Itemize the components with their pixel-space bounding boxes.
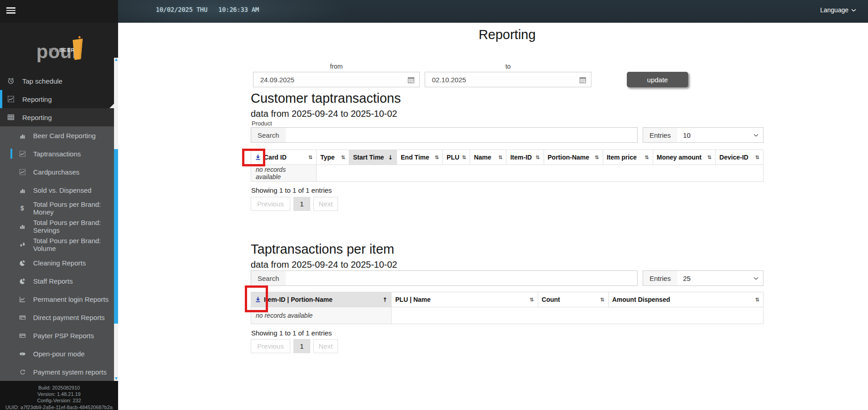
sort-icon[interactable]: ⇅ [645, 155, 649, 160]
sidebar-item-total-pours-money[interactable]: $ Total Pours per Brand: Money [0, 199, 114, 217]
sort-icon[interactable]: ⇅ [530, 297, 534, 303]
sort-icon[interactable]: ⇅ [536, 155, 540, 160]
sidebar-item-reporting[interactable]: Reporting [0, 90, 114, 108]
next-page-button[interactable]: Next [313, 197, 338, 211]
scroll-up-arrow-icon[interactable] [115, 58, 118, 61]
section1-toolbar: Search Entries 10 [251, 127, 764, 143]
section2-entries-select[interactable]: Entries 25 [643, 270, 764, 286]
language-menu[interactable]: Language [820, 6, 856, 14]
column-header-plu[interactable]: PLU⇅ [443, 150, 470, 165]
sidebar-item-cardpurchases[interactable]: Cardpurchases [0, 163, 114, 181]
expanded-corner-icon [109, 104, 114, 108]
column-header-item-id-portion-name[interactable]: Item-ID | Portion-Name↑ [251, 292, 392, 307]
menu-toggle-icon[interactable] [6, 7, 15, 15]
sidebar-item-sold-vs-dispensed[interactable]: Sold vs. Dispensed [0, 181, 114, 199]
next-page-button[interactable]: Next [313, 339, 338, 353]
no-records-cell: no records available [251, 307, 392, 324]
sidebar-item-payter-psp-reports[interactable]: Payter PSP Reports [0, 326, 114, 345]
sidebar-item-label: Payment system reports [33, 368, 107, 376]
section2-showing-text: Showing 1 to 1 of 1 entries [251, 329, 332, 337]
search-label: Search [251, 128, 286, 142]
sort-icon[interactable]: ⇅ [755, 155, 759, 160]
bar-chart-icon [19, 132, 26, 139]
refresh-icon [19, 368, 26, 375]
sidebar-item-label: Reporting [22, 114, 52, 121]
column-header-end-time[interactable]: End Time⇅ [397, 150, 443, 165]
page-1-button[interactable]: 1 [293, 197, 310, 211]
column-header-name[interactable]: Name⇅ [470, 150, 506, 165]
uuid-info: UUID: a7f23db9-2a5e-11ef-8acb-484520687b… [0, 404, 118, 410]
section2-title: Taptransactions per item [251, 242, 394, 257]
sort-icon[interactable]: ⇅ [341, 155, 345, 160]
column-header-item-price[interactable]: Item price⇅ [603, 150, 653, 165]
sort-icon[interactable]: ⇅ [462, 155, 466, 160]
sidebar-item-label: Taptransactions [33, 150, 81, 158]
sidebar-item-label: Total Pours per Brand: Servings [33, 219, 114, 234]
calendar-icon[interactable] [407, 76, 415, 84]
sort-icon[interactable]: ⇅ [595, 155, 599, 160]
calendar-icon[interactable] [579, 76, 586, 84]
empty-cell [317, 165, 764, 182]
sidebar-item-label: Total Pours per Brand: Volume [33, 237, 114, 252]
from-date-input[interactable] [253, 72, 419, 87]
datetime-display: 10/02/2025 THU10:26:33 AM [156, 6, 259, 13]
pie-chart-icon [19, 277, 26, 285]
sort-icon[interactable]: ⇅ [600, 297, 604, 303]
sidebar-item-beer-card-reporting[interactable]: Beer Card Reporting [0, 126, 114, 145]
column-header-count[interactable]: Count⇅ [538, 292, 608, 307]
section2-search-input[interactable] [286, 271, 637, 285]
search-label: Search [251, 271, 286, 285]
section1-showing-text: Showing 1 to 1 of 1 entries [251, 186, 332, 194]
column-header-item-id[interactable]: Item-ID⇅ [506, 150, 544, 165]
sort-icon[interactable]: ⇅ [308, 155, 312, 160]
sidebar-item-taptransactions[interactable]: Taptransactions [0, 145, 114, 163]
sort-icon[interactable]: ⇅ [435, 155, 439, 160]
sidebar-item-direct-payment-reports[interactable]: Direct payment Reports [0, 308, 114, 326]
date-filter-row: from to update [251, 63, 764, 88]
column-header-money-amount[interactable]: Money amount⇅ [653, 150, 715, 165]
sidebar-submenu-header-reporting[interactable]: Reporting [0, 108, 114, 126]
bar-chart-icon [19, 186, 26, 194]
section1-title: Customer taptransactions [251, 91, 401, 106]
sidebar-item-cleaning-reports[interactable]: Cleaning Reports [0, 254, 114, 272]
sidebar-item-total-pours-volume[interactable]: Total Pours per Brand: Volume [0, 235, 114, 254]
sidebar-scrollbar-thumb[interactable] [114, 149, 118, 324]
column-header-device-id[interactable]: Device-ID⇅ [715, 150, 763, 165]
section1-search-input[interactable] [286, 128, 637, 142]
sort-icon[interactable]: ⇅ [755, 297, 759, 303]
entries-value: 10 [683, 131, 754, 139]
sort-icon[interactable]: ⇅ [498, 155, 502, 160]
scroll-down-arrow-icon[interactable] [115, 377, 118, 380]
column-header-type[interactable]: Type⇅ [317, 150, 349, 165]
column-header-portion-name[interactable]: Portion-Name⇅ [544, 150, 603, 165]
sidebar-item-tap-schedule[interactable]: Tap schedule [0, 72, 114, 90]
sidebar-item-staff-reports[interactable]: Staff Reports [0, 272, 114, 290]
previous-page-button[interactable]: Previous [251, 339, 290, 353]
page-title: Reporting [251, 27, 764, 42]
sidebar-item-label: Staff Reports [33, 277, 73, 285]
previous-page-button[interactable]: Previous [251, 197, 290, 211]
section2-subtitle: data from 2025-09-24 to 2025-10-02 [251, 260, 397, 270]
language-label: Language [820, 6, 848, 14]
section1-entries-select[interactable]: Entries 10 [643, 127, 764, 143]
empty-cell [392, 307, 764, 324]
sidebar-item-permanent-login-reports[interactable]: Permanent login Reports [0, 290, 114, 308]
sort-asc-icon[interactable]: ↑ [382, 296, 387, 303]
to-date-input[interactable] [425, 72, 591, 87]
column-header-start-time[interactable]: Start Time↓ [349, 150, 397, 165]
update-button[interactable]: update [627, 72, 688, 87]
sort-icon[interactable]: ⇅ [708, 155, 712, 160]
sort-desc-icon[interactable]: ↓ [388, 154, 393, 161]
sidebar-item-total-pours-servings[interactable]: Total Pours per Brand: Servings [0, 217, 114, 235]
page-1-button[interactable]: 1 [293, 339, 310, 353]
chevron-down-icon [851, 9, 856, 12]
sidebar-item-label: Permanent login Reports [33, 295, 109, 303]
column-header-plu-name[interactable]: PLU | Name⇅ [392, 292, 538, 307]
time-text: 10:26:33 AM [218, 6, 259, 13]
from-label: from [253, 63, 420, 70]
column-header-amount-dispensed[interactable]: Amount Dispensed⇅ [608, 292, 763, 307]
sidebar-item-label: Beer Card Reporting [33, 132, 96, 140]
sidebar-item-open-pour-mode[interactable]: Open-pour mode [0, 345, 114, 363]
sidebar-item-payment-system-reports[interactable]: Payment system reports [0, 363, 114, 381]
entries-value: 25 [683, 275, 754, 282]
